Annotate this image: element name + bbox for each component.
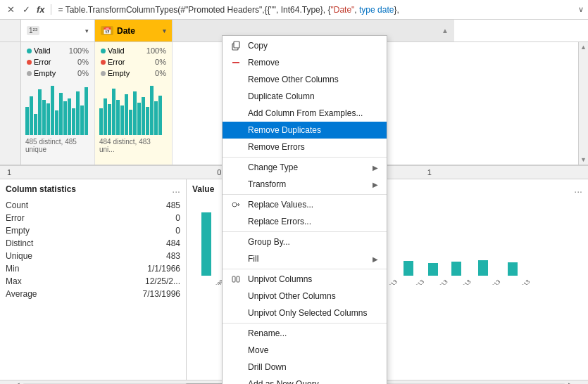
dist-bar-12-label: 11/11/2013: [507, 279, 532, 285]
menu-item-add-col-examples[interactable]: Add Column From Examples...: [223, 105, 387, 122]
dist-bar-11-label: 10/14/2013: [477, 279, 502, 285]
change-type-label: Change Type: [248, 162, 298, 172]
col-date-dropdown-icon[interactable]: ▾: [163, 27, 166, 34]
scroll-up-icon[interactable]: ▲: [442, 27, 449, 34]
duplicate-col-label: Duplicate Column: [248, 91, 315, 101]
distinct-value: 484: [166, 238, 180, 248]
transform-arrow: ▶: [373, 181, 378, 188]
col-header-number[interactable]: 1²³ ▾: [21, 20, 95, 41]
dist-bar-9-label: 7/4/2013: [429, 279, 449, 285]
row-numbers: [0, 42, 21, 165]
col-dropdown-icon[interactable]: ▾: [85, 27, 89, 34]
menu-item-group-by[interactable]: Group By...: [223, 233, 387, 250]
group-by-label: Group By...: [248, 237, 290, 247]
menu-item-transform[interactable]: Transform ▶: [223, 176, 387, 193]
unique-value: 483: [166, 251, 180, 261]
min-value: 1/1/1966: [147, 264, 180, 274]
scroll-right-arrow[interactable]: ▶: [565, 381, 577, 384]
col-stats-table: Count 485 Error 0 Empty 0 Distinct 484 U…: [6, 199, 180, 300]
dist-bar-1-bar: [201, 212, 211, 276]
menu-item-fill[interactable]: Fill ▶: [223, 250, 387, 267]
average-label: Average: [6, 289, 37, 299]
date-footer: 484 distinct, 483 uni...: [95, 136, 172, 155]
stat-row-empty: Empty 0: [6, 224, 180, 237]
value-dist-dots[interactable]: ...: [574, 184, 582, 195]
row-number-header: [0, 20, 21, 41]
remove-other-cols-label: Remove Other Columns: [248, 75, 339, 84]
formula-bar-icons: ✕ ✓: [4, 4, 32, 16]
dist-bar-10-bar: [451, 262, 461, 276]
menu-item-remove-other-cols[interactable]: Remove Other Columns: [223, 71, 387, 88]
remove-duplicates-label: Remove Duplicates: [248, 125, 321, 135]
value-dist-title: Value: [192, 184, 214, 194]
dist-bar-8: 5/27/2013: [396, 261, 421, 285]
remove-errors-label: Remove Errors: [248, 142, 305, 152]
max-value: 12/25/2...: [145, 276, 180, 286]
menu-sep-2: [223, 194, 387, 195]
dist-bar-11-bar: [478, 260, 488, 276]
menu-item-remove-duplicates[interactable]: Remove Duplicates: [223, 122, 387, 139]
scroll-left-arrow[interactable]: ◀: [11, 381, 23, 384]
dist-bar-8-bar: [404, 261, 413, 276]
col-stats-title: Column statistics: [6, 184, 76, 194]
col-header-date[interactable]: 📅 Date ▾: [95, 20, 173, 41]
formula-text[interactable]: = Table.TransformColumnTypes(#"Promoted …: [58, 5, 574, 15]
col-date-name: Date: [117, 26, 135, 36]
col1-footer: 485 distinct, 485 unique: [21, 136, 94, 155]
v-scrollbar[interactable]: ▲ ▼: [578, 42, 588, 165]
menu-item-unpivot-cols[interactable]: Unpivot Columns: [223, 271, 387, 288]
stat-row-unique: Unique 483: [6, 250, 180, 262]
close-icon[interactable]: ✕: [4, 4, 17, 16]
stat-row-distinct: Distinct 484: [6, 237, 180, 250]
col-number-indicator2: 1: [371, 168, 581, 177]
fill-arrow: ▶: [373, 255, 378, 263]
stat-row-max: Max 12/25/2...: [6, 275, 180, 288]
menu-item-duplicate-col[interactable]: Duplicate Column: [223, 88, 387, 105]
menu-item-replace-errors[interactable]: Replace Errors...: [223, 213, 387, 230]
move-label: Move: [248, 345, 268, 355]
rename-label: Rename...: [248, 328, 287, 338]
menu-item-unpivot-selected-cols[interactable]: Unpivot Only Selected Columns: [223, 305, 387, 321]
copy-label: Copy: [248, 41, 268, 51]
check-icon[interactable]: ✓: [20, 4, 32, 16]
menu-item-add-new-query[interactable]: Add as New Query: [223, 376, 387, 384]
error-label: Error: [6, 213, 25, 223]
col-stats-dots[interactable]: ...: [172, 184, 180, 195]
mini-chart-date: [95, 80, 172, 136]
distinct-label: Distinct: [6, 238, 33, 248]
svg-point-3: [232, 203, 237, 207]
menu-item-unpivot-other-cols[interactable]: Unpivot Other Columns: [223, 288, 387, 305]
menu-item-remove-errors[interactable]: Remove Errors: [223, 139, 387, 155]
error-value: 0: [175, 213, 180, 223]
menu-item-change-type[interactable]: Change Type ▶: [223, 159, 387, 176]
fx-label: fx: [37, 4, 51, 15]
menu-sep-3: [223, 231, 387, 232]
col-stats-panel: Column statistics ... Count 485 Error 0 …: [0, 179, 187, 380]
add-new-query-label: Add as New Query: [248, 379, 319, 384]
menu-item-rename[interactable]: Rename...: [223, 325, 387, 342]
formula-bar: ✕ ✓ fx = Table.TransformColumnTypes(#"Pr…: [0, 0, 588, 20]
unpivot-icon: [230, 273, 242, 286]
dist-bar-9-bar: [428, 263, 438, 276]
transform-label: Transform: [248, 179, 286, 189]
mini-chart-col1: [21, 80, 94, 136]
menu-item-move[interactable]: Move: [223, 342, 387, 359]
menu-item-copy[interactable]: Copy: [223, 37, 387, 54]
replace-values-icon: [230, 198, 242, 211]
unpivot-cols-label: Unpivot Columns: [248, 274, 312, 284]
formula-expand-icon[interactable]: ∨: [578, 5, 584, 14]
menu-item-replace-values[interactable]: Replace Values...: [223, 196, 387, 213]
count-label: Count: [6, 200, 28, 210]
max-label: Max: [6, 276, 22, 286]
svg-rect-4: [232, 276, 235, 282]
dist-bar-10-label: 9/2/2013: [452, 279, 472, 285]
replace-errors-label: Replace Errors...: [248, 217, 311, 226]
menu-item-drill-down[interactable]: Drill Down: [223, 359, 387, 376]
col-stats-header: Column statistics ...: [6, 184, 180, 195]
dist-bar-8-label: 5/27/2013: [403, 279, 425, 285]
unpivot-other-cols-label: Unpivot Other Columns: [248, 291, 336, 301]
menu-item-remove[interactable]: Remove: [223, 54, 387, 71]
svg-rect-5: [237, 276, 239, 282]
add-col-examples-label: Add Column From Examples...: [248, 108, 363, 118]
empty-label: Empty: [6, 226, 30, 236]
